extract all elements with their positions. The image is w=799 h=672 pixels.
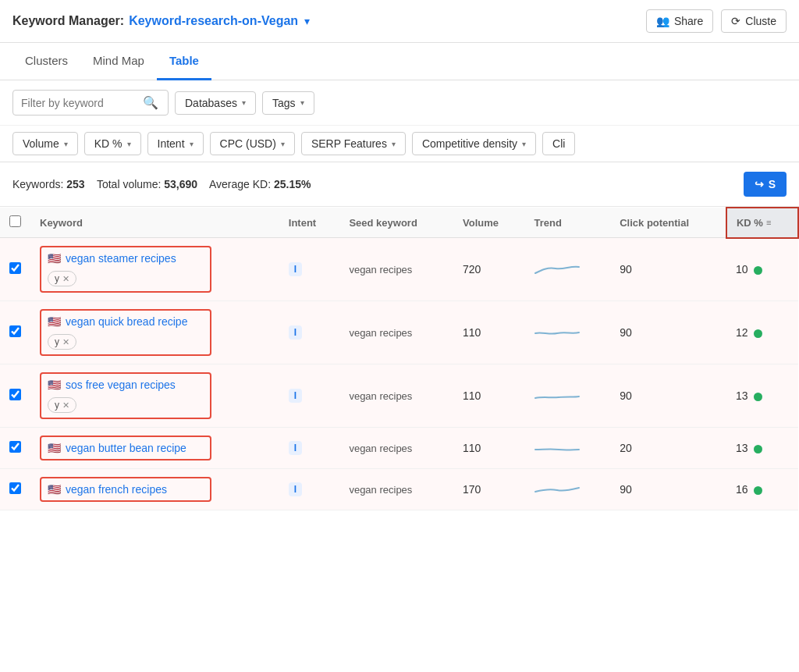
keyword-link[interactable]: sos free vegan recipes — [66, 379, 176, 391]
click-potential-cell: 90 — [610, 238, 726, 301]
tab-mindmap[interactable]: Mind Map — [80, 43, 157, 80]
row-checkbox-cell[interactable] — [0, 364, 30, 428]
kd-value: 16 — [736, 483, 748, 496]
table-row: 🇺🇸 vegan french recipes I vegan recipes … — [0, 469, 798, 510]
row-checkbox[interactable] — [9, 389, 21, 400]
remove-tag-icon[interactable]: ✕ — [62, 274, 69, 284]
intent-badge: I — [289, 262, 302, 276]
search-input[interactable] — [21, 97, 138, 109]
keywords-count: 253 — [66, 178, 84, 190]
kd-value: 13 — [736, 442, 748, 454]
click-potential-cell: 90 — [610, 364, 726, 428]
kd-cell: 13 — [726, 428, 798, 469]
header-actions: 👥 Share ⟳ Cluste — [646, 9, 787, 33]
serp-chevron-icon: ▾ — [392, 140, 396, 148]
select-all-header[interactable] — [0, 208, 30, 238]
row-checkbox-cell[interactable] — [0, 301, 30, 364]
databases-dropdown[interactable]: Databases ▾ — [175, 91, 256, 115]
kd-indicator-dot — [754, 486, 762, 495]
intent-badge: I — [289, 389, 302, 403]
row-checkbox-cell[interactable] — [0, 238, 30, 301]
header: Keyword Manager: Keyword-research-on-Veg… — [0, 0, 799, 43]
click-potential-value: 90 — [620, 326, 632, 339]
keyword-link[interactable]: vegan steamer recipes — [66, 252, 176, 265]
kd-filter[interactable]: KD % ▾ — [84, 132, 141, 155]
seed-keyword-value: vegan recipes — [349, 390, 412, 402]
trend-chart — [534, 386, 581, 404]
keyword-cell: 🇺🇸 vegan butter bean recipe — [30, 428, 279, 469]
databases-chevron-icon: ▾ — [242, 98, 246, 107]
cpc-filter[interactable]: CPC (USD) ▾ — [210, 132, 295, 155]
remove-tag-icon[interactable]: ✕ — [62, 400, 69, 411]
keyword-link[interactable]: vegan french recipes — [66, 483, 167, 496]
trend-chart — [534, 479, 581, 498]
flag-icon: 🇺🇸 — [48, 442, 61, 454]
flag-icon: 🇺🇸 — [48, 252, 61, 265]
table-row: 🇺🇸 vegan butter bean recipe I vegan reci… — [0, 428, 798, 469]
export-button[interactable]: ↪ S — [744, 172, 787, 197]
tab-clusters[interactable]: Clusters — [12, 43, 80, 80]
keyword-table: Keyword Intent Seed keyword Volume Trend… — [0, 207, 799, 510]
volume-label: Total volume: — [97, 178, 161, 190]
seed-keyword-cell: vegan recipes — [339, 301, 453, 364]
intent-filter[interactable]: Intent ▾ — [147, 132, 204, 155]
row-checkbox[interactable] — [9, 262, 21, 274]
seed-keyword-cell: vegan recipes — [339, 469, 453, 510]
volume-cell: 110 — [453, 428, 524, 469]
remove-tag-icon[interactable]: ✕ — [62, 337, 69, 347]
seed-keyword-value: vegan recipes — [349, 264, 412, 276]
tab-table[interactable]: Table — [157, 43, 211, 80]
seed-keyword-value: vegan recipes — [349, 443, 412, 454]
seed-keyword-value: vegan recipes — [349, 327, 412, 339]
volume-cell: 720 — [453, 238, 524, 301]
project-title-link[interactable]: Keyword-research-on-Vegan — [129, 14, 298, 28]
tag-chip[interactable]: y✕ — [48, 271, 76, 286]
row-checkbox-cell[interactable] — [0, 469, 30, 510]
tag-chip[interactable]: y✕ — [48, 397, 76, 413]
intent-badge: I — [289, 482, 302, 496]
share-button[interactable]: 👥 Share — [646, 9, 713, 33]
trend-cell — [524, 364, 610, 428]
intent-column-header: Intent — [279, 208, 340, 238]
stats-text: Keywords: 253 Total volume: 53,690 Avera… — [12, 178, 311, 190]
click-potential-value: 90 — [620, 263, 632, 276]
row-checkbox[interactable] — [9, 441, 21, 453]
row-checkbox[interactable] — [9, 325, 21, 337]
volume-chevron-icon: ▾ — [64, 140, 68, 148]
tags-chevron-icon: ▾ — [300, 98, 304, 107]
cluster-button[interactable]: ⟳ Cluste — [721, 9, 787, 33]
click-potential-value: 90 — [620, 483, 632, 496]
kd-indicator-dot — [754, 266, 762, 275]
kd-sort-icon[interactable]: ≡ — [766, 218, 771, 227]
search-box[interactable]: 🔍 — [12, 90, 169, 116]
tag-chip[interactable]: y✕ — [48, 334, 76, 350]
keyword-link[interactable]: vegan quick bread recipe — [66, 315, 187, 328]
trend-cell — [524, 238, 610, 301]
keyword-link[interactable]: vegan butter bean recipe — [66, 442, 186, 454]
intent-badge: I — [289, 325, 302, 340]
competitive-density-filter[interactable]: Competitive density ▾ — [412, 132, 536, 155]
search-icon[interactable]: 🔍 — [143, 95, 158, 110]
intent-chevron-icon: ▾ — [190, 140, 194, 148]
cluster-icon: ⟳ — [731, 15, 740, 27]
avgkd-value: 25.15% — [274, 178, 311, 190]
row-checkbox-cell[interactable] — [0, 428, 30, 469]
seed-keyword-cell: vegan recipes — [339, 428, 453, 469]
kd-column-header[interactable]: KD % ≡ — [726, 208, 798, 238]
volume-filter[interactable]: Volume ▾ — [12, 132, 78, 155]
select-all-checkbox[interactable] — [9, 215, 21, 227]
row-checkbox[interactable] — [9, 482, 21, 494]
seed-keyword-cell: vegan recipes — [339, 238, 453, 301]
click-potential-column-header: Click potential — [610, 208, 726, 238]
kd-cell: 16 — [726, 469, 798, 510]
keyword-cell: 🇺🇸 vegan steamer recipes y✕ — [30, 238, 279, 301]
serp-filter[interactable]: SERP Features ▾ — [301, 132, 406, 155]
click-potential-value: 90 — [620, 389, 632, 402]
kd-cell: 13 — [726, 364, 798, 428]
keyword-cell: 🇺🇸 sos free vegan recipes y✕ — [30, 364, 279, 428]
click-potential-value: 20 — [620, 442, 632, 454]
kd-indicator-dot — [754, 393, 762, 401]
cli-filter[interactable]: Cli — [542, 132, 575, 155]
project-title-chevron[interactable]: ▾ — [304, 15, 310, 27]
tags-dropdown[interactable]: Tags ▾ — [262, 91, 314, 115]
